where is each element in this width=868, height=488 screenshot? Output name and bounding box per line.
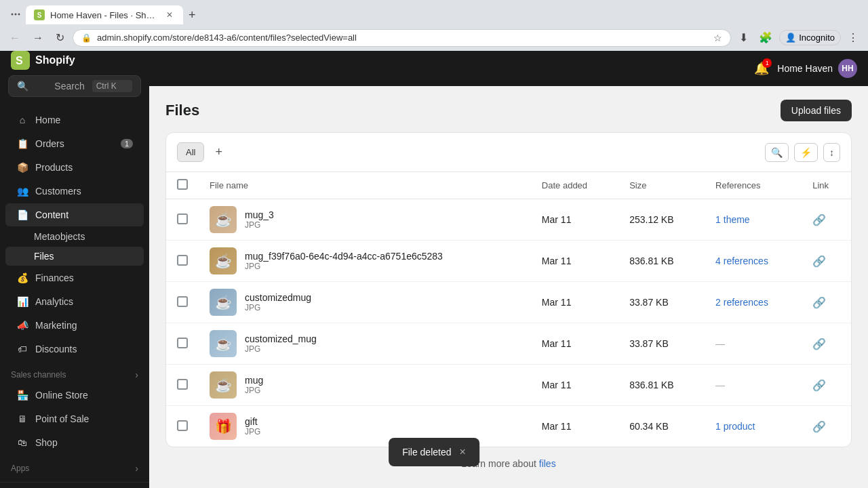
row-checkbox-cell [166,199,199,241]
sidebar-item-customers[interactable]: 👥 Customers [5,180,144,203]
row-link-0[interactable]: 🔗 [802,199,851,241]
learn-more-link[interactable]: files [539,458,556,469]
table-row: ☕ customized_mug JPG Mar 11 33.87 KB — 🔗 [166,323,851,365]
apps-label: Apps [11,464,29,473]
shopify-logo[interactable]: S Shopify [11,51,75,70]
row-filename-cell-3: ☕ customized_mug JPG [199,323,531,365]
refresh-button[interactable]: ↻ [52,28,68,47]
toast-close-button[interactable]: × [460,446,466,458]
active-browser-tab[interactable]: S Home Haven - Files · Shopify ✕ [26,5,183,24]
row-checkbox-4[interactable] [177,379,188,390]
copy-link-icon-0[interactable]: 🔗 [812,214,826,226]
sales-channels-expand[interactable]: › [135,369,138,380]
row-references-3[interactable]: — [705,323,802,365]
notifications-button[interactable]: 🔔 1 [754,61,769,76]
sidebar-label-metaobjects: Metaobjects [34,231,85,242]
file-thumbnail-1: ☕ [210,247,237,274]
add-filter-button[interactable]: + [210,141,228,163]
sidebar-label-orders: Orders [35,138,64,149]
user-menu-button[interactable]: Home Haven HH [777,59,857,78]
sidebar-item-online-store[interactable]: 🏪 Online Store [5,384,144,407]
copy-link-icon-5[interactable]: 🔗 [812,421,826,432]
row-link-3[interactable]: 🔗 [802,323,851,365]
col-references: References [705,172,802,199]
search-bar[interactable]: 🔍 Search Ctrl K [8,75,141,97]
sidebar-item-products[interactable]: 📦 Products [5,156,144,179]
file-type-1: JPG [245,262,443,271]
back-button[interactable]: ← [5,29,24,47]
row-checkbox-0[interactable] [177,214,188,224]
reference-link[interactable]: 1 product [715,421,755,432]
sidebar-label-content: Content [35,209,68,220]
row-references-0[interactable]: 1 theme [705,199,802,241]
row-filename-cell-4: ☕ mug JPG [199,365,531,406]
sidebar-item-content[interactable]: 📄 Content [5,203,144,226]
apps-section: Apps › [0,455,149,476]
select-all-checkbox[interactable] [177,179,188,190]
file-name-4: mug [245,375,263,386]
new-tab-button[interactable]: + [183,4,201,26]
row-size-0: 253.12 KB [618,199,705,241]
content-icon: 📄 [16,209,28,221]
reference-link[interactable]: 4 references [715,256,768,266]
row-references-4[interactable]: — [705,365,802,406]
sort-button[interactable]: ↕ [823,143,840,162]
row-checkbox-5[interactable] [177,420,188,431]
sidebar-item-marketing[interactable]: 📣 Marketing [5,314,144,337]
toolbar-right-actions: 🔍 ⚡ ↕ [765,143,840,162]
search-files-button[interactable]: 🔍 [765,143,789,162]
sidebar-item-analytics[interactable]: 📊 Analytics [5,290,144,313]
profile-button[interactable]: 👤 Incognito [779,30,841,45]
row-link-5[interactable]: 🔗 [802,406,851,447]
sidebar-item-discounts[interactable]: 🏷 Discounts [5,338,144,361]
row-link-1[interactable]: 🔗 [802,241,851,282]
sidebar-item-metaobjects[interactable]: Metaobjects [5,227,144,246]
forward-button[interactable]: → [28,29,47,47]
row-link-4[interactable]: 🔗 [802,365,851,406]
copy-link-icon-4[interactable]: 🔗 [812,380,826,391]
row-link-2[interactable]: 🔗 [802,282,851,323]
upload-files-button[interactable]: Upload files [781,100,852,121]
apps-expand[interactable]: › [135,463,138,474]
reference-link[interactable]: 1 theme [715,214,750,225]
app-topbar: S Shopify [0,51,149,70]
row-checkbox-2[interactable] [177,296,188,307]
reference-link[interactable]: 2 references [715,297,768,308]
tab-close-button[interactable]: ✕ [164,9,175,20]
analytics-icon: 📊 [16,296,28,308]
copy-link-icon-1[interactable]: 🔗 [812,256,826,267]
file-name-0: mug_3 [245,209,274,220]
sidebar-item-pos[interactable]: 🖥 Point of Sale [5,407,144,430]
row-date-1: Mar 11 [531,241,618,282]
sidebar-item-shop[interactable]: 🛍 Shop [5,431,144,454]
row-references-2[interactable]: 2 references [705,282,802,323]
download-button[interactable]: ⬇ [735,28,752,47]
row-checkbox-3[interactable] [177,338,188,348]
sidebar-item-files[interactable]: Files [5,247,144,266]
home-icon: ⌂ [16,114,28,126]
page-title: Files [165,102,199,119]
address-bar[interactable]: 🔒 admin.shopify.com/store/de8143-a6/cont… [73,29,731,47]
sidebar-item-orders[interactable]: 📋 Orders 1 [5,132,144,155]
browser-tab-menu[interactable] [5,7,26,24]
extensions-button[interactable]: 🧩 [755,28,776,47]
table-row: ☕ customizedmug JPG Mar 11 33.87 KB 2 re… [166,282,851,323]
filter-all-tab[interactable]: All [177,142,204,162]
menu-button[interactable]: ⋮ [844,28,863,47]
copy-link-icon-3[interactable]: 🔗 [812,338,826,350]
sidebar-item-home[interactable]: ⌂ Home [5,108,144,131]
row-filename-cell-5: 🎁 gift JPG [199,406,531,447]
row-checkbox-1[interactable] [177,255,188,266]
bookmark-icon[interactable]: ☆ [713,33,722,43]
browser-action-buttons: ⬇ 🧩 👤 Incognito ⋮ [735,28,863,47]
sidebar-item-finances[interactable]: 💰 Finances [5,266,144,289]
row-references-5[interactable]: 1 product [705,406,802,447]
row-checkbox-cell [166,406,199,447]
col-date: Date added [531,172,618,199]
file-info-3: customized_mug JPG [245,333,317,354]
learn-more-section: Learn more about files [149,447,868,480]
row-references-1[interactable]: 4 references [705,241,802,282]
sidebar-label-home: Home [35,115,60,125]
filter-button[interactable]: ⚡ [794,143,818,162]
copy-link-icon-2[interactable]: 🔗 [812,297,826,308]
